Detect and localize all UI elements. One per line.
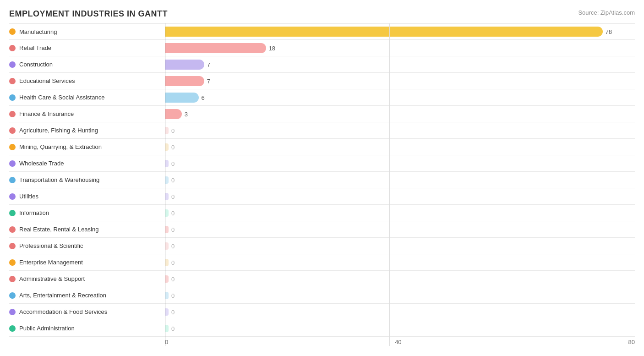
industry-bar: 0 bbox=[165, 308, 169, 316]
bar-row: Public Administration0 bbox=[9, 320, 635, 337]
industry-label: Finance & Insurance bbox=[19, 110, 74, 117]
bar-value-label: 7 bbox=[207, 61, 210, 68]
bar-value-label: 0 bbox=[171, 242, 175, 249]
industry-label: Utilities bbox=[19, 193, 38, 200]
bar-value-label: 0 bbox=[171, 308, 175, 315]
bar-value-label: 0 bbox=[171, 176, 175, 183]
label-area: Manufacturing bbox=[9, 28, 165, 35]
industry-bar: 0 bbox=[165, 127, 169, 134]
bar-row: Educational Services7 bbox=[9, 73, 635, 89]
industry-bar: 0 bbox=[165, 209, 169, 217]
bar-row: Mining, Quarrying, & Extraction0 bbox=[9, 139, 635, 155]
bar-section: 0 bbox=[165, 205, 635, 221]
industry-label: Public Administration bbox=[19, 325, 75, 332]
industry-label: Arts, Entertainment & Recreation bbox=[19, 292, 106, 299]
industry-label: Retail Trade bbox=[19, 44, 51, 51]
bar-value-label: 18 bbox=[269, 44, 275, 51]
industry-bar: 3 bbox=[165, 109, 182, 119]
bar-value-label: 0 bbox=[171, 143, 175, 150]
bar-value-label: 0 bbox=[171, 275, 175, 282]
bar-section: 0 bbox=[165, 271, 635, 287]
label-area: Real Estate, Rental & Leasing bbox=[9, 226, 165, 233]
bar-section: 3 bbox=[165, 106, 635, 122]
x-axis-tick: 0 bbox=[165, 339, 168, 345]
industry-bar: 18 bbox=[165, 43, 266, 53]
label-area: Mining, Quarrying, & Extraction bbox=[9, 143, 165, 150]
label-area: Administrative & Support bbox=[9, 275, 165, 282]
bar-section: 6 bbox=[165, 89, 635, 105]
industry-dot bbox=[9, 259, 16, 266]
label-area: Agriculture, Fishing & Hunting bbox=[9, 127, 165, 134]
bar-section: 0 bbox=[165, 172, 635, 188]
bar-row: Real Estate, Rental & Leasing0 bbox=[9, 221, 635, 238]
bar-section: 0 bbox=[165, 304, 635, 320]
bar-row: Accommodation & Food Services0 bbox=[9, 304, 635, 320]
label-area: Utilities bbox=[9, 193, 165, 200]
bar-section: 0 bbox=[165, 238, 635, 254]
bar-row: Transportation & Warehousing0 bbox=[9, 172, 635, 188]
industry-label: Real Estate, Rental & Leasing bbox=[19, 226, 98, 233]
industry-label: Accommodation & Food Services bbox=[19, 308, 107, 315]
industry-bar: 0 bbox=[165, 176, 169, 184]
industry-bar: 7 bbox=[165, 76, 204, 86]
bar-section: 0 bbox=[165, 155, 635, 171]
bar-section: 7 bbox=[165, 56, 635, 72]
bar-row: Health Care & Social Assistance6 bbox=[9, 89, 635, 106]
bar-row: Arts, Entertainment & Recreation0 bbox=[9, 287, 635, 304]
label-area: Educational Services bbox=[9, 77, 165, 84]
label-area: Arts, Entertainment & Recreation bbox=[9, 292, 165, 299]
industry-label: Agriculture, Fishing & Hunting bbox=[19, 127, 98, 134]
bar-section: 0 bbox=[165, 287, 635, 303]
industry-dot bbox=[9, 78, 16, 84]
bar-value-label: 7 bbox=[207, 77, 210, 84]
industry-bar: 78 bbox=[165, 27, 603, 37]
industry-bar: 0 bbox=[165, 193, 169, 200]
industry-dot bbox=[9, 309, 16, 315]
industry-label: Construction bbox=[19, 61, 53, 68]
industry-label: Manufacturing bbox=[19, 28, 57, 35]
bars-container: Manufacturing78Retail Trade18Constructio… bbox=[9, 23, 635, 337]
industry-dot bbox=[9, 276, 16, 282]
label-area: Transportation & Warehousing bbox=[9, 176, 165, 183]
industry-bar: 0 bbox=[165, 275, 169, 283]
industry-dot bbox=[9, 127, 16, 134]
industry-label: Mining, Quarrying, & Extraction bbox=[19, 143, 102, 150]
bar-section: 7 bbox=[165, 73, 635, 89]
bar-row: Manufacturing78 bbox=[9, 23, 635, 40]
bar-section: 0 bbox=[165, 254, 635, 270]
bar-section: 0 bbox=[165, 320, 635, 336]
industry-dot bbox=[9, 45, 16, 51]
bar-value-label: 3 bbox=[185, 110, 188, 117]
bar-row: Utilities0 bbox=[9, 188, 635, 205]
chart-container: EMPLOYMENT INDUSTRIES IN GANTT Source: Z… bbox=[0, 0, 644, 356]
source-text: Source: ZipAtlas.com bbox=[578, 9, 635, 16]
chart-area: Manufacturing78Retail Trade18Constructio… bbox=[9, 23, 635, 346]
bar-section: 0 bbox=[165, 188, 635, 204]
label-area: Construction bbox=[9, 61, 165, 68]
industry-dot bbox=[9, 61, 16, 68]
bar-value-label: 6 bbox=[202, 94, 205, 101]
bar-section: 0 bbox=[165, 139, 635, 155]
label-area: Enterprise Management bbox=[9, 259, 165, 266]
industry-dot bbox=[9, 94, 16, 101]
bar-section: 0 bbox=[165, 221, 635, 237]
industry-dot bbox=[9, 226, 16, 233]
industry-label: Educational Services bbox=[19, 77, 75, 84]
bar-row: Professional & Scientific0 bbox=[9, 238, 635, 254]
bar-row: Finance & Insurance3 bbox=[9, 106, 635, 122]
x-axis-tick: 80 bbox=[628, 339, 635, 345]
industry-bar: 0 bbox=[165, 226, 169, 233]
bar-value-label: 78 bbox=[606, 28, 612, 35]
label-area: Accommodation & Food Services bbox=[9, 308, 165, 315]
industry-dot bbox=[9, 193, 16, 200]
bar-value-label: 0 bbox=[171, 226, 175, 233]
industry-label: Information bbox=[19, 209, 49, 216]
bar-value-label: 0 bbox=[171, 160, 175, 167]
industry-bar: 0 bbox=[165, 242, 169, 250]
bar-row: Agriculture, Fishing & Hunting0 bbox=[9, 122, 635, 139]
industry-dot bbox=[9, 292, 16, 299]
x-axis-tick: 40 bbox=[395, 339, 401, 345]
industry-bar: 7 bbox=[165, 60, 204, 70]
industry-label: Administrative & Support bbox=[19, 275, 85, 282]
industry-dot bbox=[9, 111, 16, 117]
